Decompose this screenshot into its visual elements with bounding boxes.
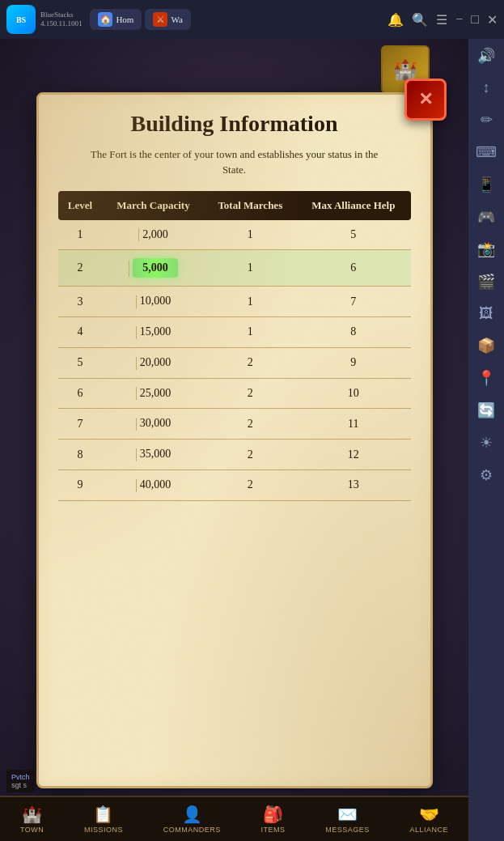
edit-icon[interactable]: ✏ bbox=[481, 111, 493, 129]
cell-march-capacity: 15,000 bbox=[102, 317, 204, 348]
camera-icon[interactable]: 📸 bbox=[477, 240, 495, 258]
cell-total-marches: 1 bbox=[205, 250, 297, 287]
col-header-march-capacity: March Capacity bbox=[102, 191, 204, 220]
cell-max-alliance-help: 12 bbox=[296, 440, 410, 470]
cell-level: 1 bbox=[58, 220, 103, 250]
items-icon: 🎒 bbox=[263, 805, 283, 824]
cell-max-alliance-help: 10 bbox=[296, 378, 410, 409]
cell-march-capacity: 35,000 bbox=[102, 440, 204, 470]
cell-total-marches: 1 bbox=[205, 317, 297, 348]
cell-max-alliance-help: 7 bbox=[296, 287, 410, 317]
table-row: 835,000212 bbox=[58, 440, 411, 470]
collection-icon[interactable]: 📦 bbox=[477, 337, 495, 355]
cell-max-alliance-help: 11 bbox=[296, 409, 410, 440]
nav-messages-label: MESSAGES bbox=[325, 826, 370, 834]
table-row: 415,00018 bbox=[58, 317, 411, 348]
march-capacity-value: 15,000 bbox=[140, 325, 172, 338]
app-tabs: 🏠 Hom ⚔ Wa bbox=[90, 9, 190, 30]
cell-total-marches: 2 bbox=[205, 440, 297, 470]
nav-alliance[interactable]: 🤝 ALLIANCE bbox=[410, 805, 449, 834]
nav-messages[interactable]: ✉️ MESSAGES bbox=[325, 805, 370, 834]
table-row: 730,000211 bbox=[58, 409, 411, 440]
modal-title: Building Information bbox=[131, 111, 338, 137]
cell-march-capacity: 40,000 bbox=[102, 469, 204, 500]
building-info-table: Level March Capacity Total Marches Max A… bbox=[58, 191, 411, 501]
cell-max-alliance-help: 8 bbox=[296, 317, 410, 348]
volume-icon[interactable]: 🔊 bbox=[477, 47, 495, 65]
bluestacks-version: BlueStacks 4.150.11.1001 bbox=[40, 11, 82, 28]
tab-war[interactable]: ⚔ Wa bbox=[145, 9, 190, 30]
cell-level: 4 bbox=[58, 317, 103, 348]
gamepad-icon[interactable]: 🎮 bbox=[477, 208, 495, 226]
cell-march-capacity: 5,000 bbox=[102, 250, 204, 287]
nav-alliance-label: ALLIANCE bbox=[410, 826, 449, 834]
messages-icon: ✉️ bbox=[337, 805, 358, 824]
cell-total-marches: 2 bbox=[205, 469, 297, 500]
maximize-icon[interactable]: □ bbox=[471, 12, 479, 27]
nav-town[interactable]: 🏰 TOWN bbox=[20, 805, 44, 834]
col-header-max-alliance-help: Max Alliance Help bbox=[296, 191, 410, 220]
game-area: 🏰 1 Building Information The Fort is the… bbox=[0, 39, 468, 841]
cell-total-marches: 1 bbox=[205, 287, 297, 317]
right-sidebar: 🔊 ↕ ✏ ⌨ 📱 🎮 📸 🎬 🖼 📦 📍 🔄 ☀ ⚙ bbox=[468, 39, 504, 841]
modal-description: The Fort is the center of your town and … bbox=[81, 147, 388, 178]
menu-icon[interactable]: ☰ bbox=[436, 12, 447, 28]
cell-march-capacity: 25,000 bbox=[102, 378, 204, 409]
nav-commanders-label: COMMANDERS bbox=[163, 826, 221, 834]
col-header-total-marches: Total Marches bbox=[205, 191, 297, 220]
march-capacity-value: 25,000 bbox=[140, 387, 172, 399]
march-capacity-value: 10,000 bbox=[140, 295, 172, 307]
nav-items-label: ITEMS bbox=[261, 826, 286, 834]
table-row: 940,000213 bbox=[58, 469, 411, 500]
building-info-modal: 1 Building Information The Fort is the c… bbox=[36, 92, 433, 788]
table-body: 12,0001525,00016310,00017415,00018520,00… bbox=[58, 220, 411, 501]
cell-total-marches: 2 bbox=[205, 409, 297, 440]
table-row: 520,00029 bbox=[58, 347, 411, 378]
chat-user: Pvtch bbox=[11, 773, 30, 781]
col-header-level: Level bbox=[58, 191, 103, 220]
topbar-actions: 🔔 🔍 ☰ − □ ✕ bbox=[388, 12, 498, 28]
cell-march-capacity: 30,000 bbox=[102, 409, 204, 440]
cell-total-marches: 2 bbox=[205, 347, 297, 378]
brightness-icon[interactable]: ☀ bbox=[480, 434, 493, 452]
video-icon[interactable]: 🎬 bbox=[477, 273, 495, 291]
march-capacity-value: 5,000 bbox=[133, 258, 178, 278]
table-header: Level March Capacity Total Marches Max A… bbox=[58, 191, 411, 220]
march-capacity-value: 30,000 bbox=[140, 417, 172, 429]
cell-march-capacity: 2,000 bbox=[102, 220, 204, 250]
cell-level: 3 bbox=[58, 287, 103, 317]
settings-icon[interactable]: ⚙ bbox=[480, 466, 493, 484]
nav-commanders[interactable]: 👤 COMMANDERS bbox=[163, 805, 221, 834]
search-icon[interactable]: 🔍 bbox=[412, 12, 428, 28]
cell-max-alliance-help: 6 bbox=[296, 250, 410, 287]
bottom-navigation: 🏰 TOWN 📋 MISSIONS 👤 COMMANDERS 🎒 ITEMS ✉… bbox=[0, 796, 468, 841]
alliance-icon: 🤝 bbox=[419, 805, 439, 824]
nav-items[interactable]: 🎒 ITEMS bbox=[261, 805, 286, 834]
keyboard-icon[interactable]: ⌨ bbox=[476, 143, 497, 161]
march-capacity-value: 20,000 bbox=[140, 356, 172, 368]
mobile-icon[interactable]: 📱 bbox=[477, 176, 495, 193]
tab-home[interactable]: 🏠 Hom bbox=[90, 9, 142, 30]
close-window-icon[interactable]: ✕ bbox=[487, 12, 498, 28]
missions-icon: 📋 bbox=[93, 805, 113, 824]
town-icon: 🏰 bbox=[22, 805, 42, 824]
nav-town-label: TOWN bbox=[20, 826, 44, 834]
minimize-icon[interactable]: − bbox=[455, 12, 463, 27]
table-row: 12,00015 bbox=[58, 220, 411, 250]
close-button[interactable] bbox=[404, 79, 447, 121]
tab-war-label: Wa bbox=[171, 15, 182, 24]
commanders-icon: 👤 bbox=[182, 805, 202, 824]
cell-march-capacity: 20,000 bbox=[102, 347, 204, 378]
chat-overlay: Pvtch sgt s bbox=[6, 770, 35, 792]
gallery-icon[interactable]: 🖼 bbox=[479, 305, 493, 322]
cell-max-alliance-help: 9 bbox=[296, 347, 410, 378]
nav-missions[interactable]: 📋 MISSIONS bbox=[84, 805, 123, 834]
notification-icon[interactable]: 🔔 bbox=[388, 12, 404, 28]
cell-max-alliance-help: 5 bbox=[296, 220, 410, 250]
table-row: 310,00017 bbox=[58, 287, 411, 317]
bluestacks-logo: BS bbox=[6, 5, 36, 34]
location-icon[interactable]: 📍 bbox=[477, 369, 495, 387]
chat-message: sgt s bbox=[11, 781, 30, 789]
resize-icon[interactable]: ↕ bbox=[483, 79, 490, 96]
rotate-icon[interactable]: 🔄 bbox=[477, 401, 495, 419]
